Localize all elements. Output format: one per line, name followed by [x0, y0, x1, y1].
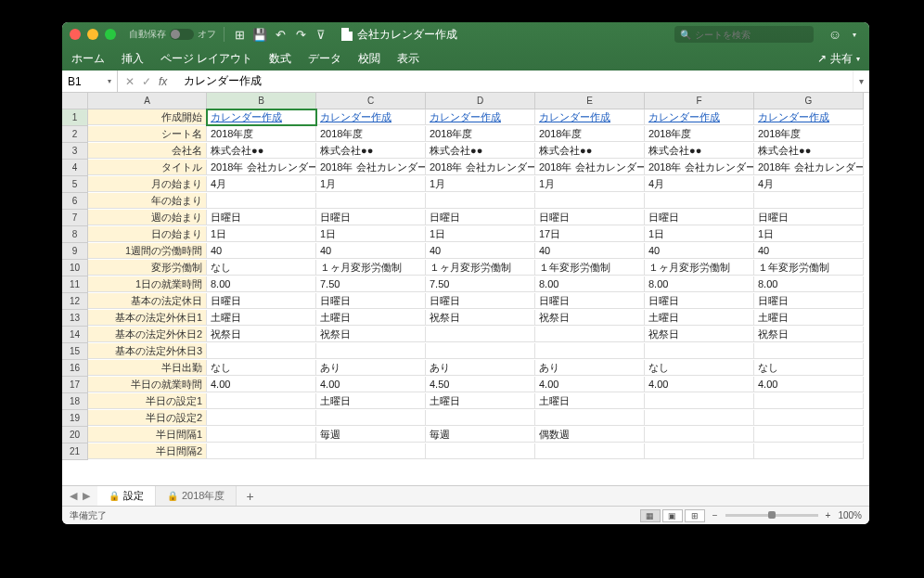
- cell-B20[interactable]: [207, 427, 316, 443]
- cell-G18[interactable]: [754, 393, 864, 409]
- column-header-D[interactable]: D: [426, 93, 535, 109]
- cell-B3[interactable]: 株式会社●●: [207, 143, 316, 159]
- cell-D8[interactable]: 1日: [426, 226, 535, 242]
- cell-A18[interactable]: 半日の設定1: [88, 393, 207, 409]
- cell-E16[interactable]: あり: [535, 360, 645, 376]
- cell-G16[interactable]: なし: [754, 360, 864, 376]
- cell-C13[interactable]: 土曜日: [316, 310, 426, 326]
- cell-A13[interactable]: 基本の法定外休日1: [88, 310, 207, 326]
- ribbon-tab-data[interactable]: データ: [308, 51, 341, 67]
- row-header-2[interactable]: 2: [62, 126, 88, 143]
- zoom-in-button[interactable]: +: [826, 510, 831, 520]
- cell-F12[interactable]: 日曜日: [645, 293, 754, 309]
- cell-D3[interactable]: 株式会社●●: [426, 143, 535, 159]
- row-header-19[interactable]: 19: [62, 410, 88, 427]
- row-header-12[interactable]: 12: [62, 293, 88, 310]
- ribbon-tab-home[interactable]: ホーム: [71, 51, 105, 67]
- row-header-17[interactable]: 17: [62, 377, 88, 393]
- cell-B1[interactable]: カレンダー作成: [207, 109, 316, 125]
- confirm-icon[interactable]: ✓: [142, 75, 151, 88]
- row-header-21[interactable]: 21: [62, 443, 88, 460]
- row-header-6[interactable]: 6: [62, 193, 88, 210]
- cell-B16[interactable]: なし: [207, 360, 316, 376]
- cell-D9[interactable]: 40: [426, 243, 535, 259]
- cell-G7[interactable]: 日曜日: [754, 210, 864, 225]
- maximize-button[interactable]: [105, 29, 116, 40]
- cell-A8[interactable]: 日の始まり: [88, 226, 207, 242]
- cell-D11[interactable]: 7.50: [426, 276, 535, 292]
- sheet-nav-next-icon[interactable]: ▶: [83, 490, 90, 502]
- zoom-slider[interactable]: [725, 514, 818, 517]
- cell-C12[interactable]: 日曜日: [316, 293, 426, 309]
- cell-D18[interactable]: 土曜日: [426, 393, 535, 409]
- cell-F9[interactable]: 40: [645, 243, 754, 259]
- spreadsheet-grid[interactable]: ABCDEFG1作成開始カレンダー作成カレンダー作成カレンダー作成カレンダー作成…: [62, 93, 869, 485]
- cell-E5[interactable]: 1月: [535, 176, 645, 192]
- cell-E4[interactable]: 2018年 会社カレンダー: [535, 160, 645, 175]
- cell-G2[interactable]: 2018年度: [754, 126, 864, 142]
- cell-D7[interactable]: 日曜日: [426, 210, 535, 225]
- cell-A7[interactable]: 週の始まり: [88, 210, 207, 225]
- zoom-out-button[interactable]: −: [712, 510, 718, 520]
- undo-icon[interactable]: ↶: [273, 27, 288, 42]
- cell-E8[interactable]: 17日: [535, 226, 645, 242]
- cell-B13[interactable]: 土曜日: [207, 310, 316, 326]
- row-header-3[interactable]: 3: [62, 143, 88, 160]
- cell-G8[interactable]: 1日: [754, 226, 864, 242]
- cell-B21[interactable]: [207, 443, 316, 459]
- cell-G5[interactable]: 4月: [754, 176, 864, 192]
- cell-A6[interactable]: 年の始まり: [88, 193, 207, 209]
- cell-E12[interactable]: 日曜日: [535, 293, 645, 309]
- cell-G20[interactable]: [754, 427, 864, 443]
- cell-G14[interactable]: 祝祭日: [754, 327, 864, 342]
- cell-A19[interactable]: 半日の設定2: [88, 410, 207, 426]
- cell-F19[interactable]: [645, 410, 754, 426]
- cell-A16[interactable]: 半日出勤: [88, 360, 207, 376]
- cell-E19[interactable]: [535, 410, 645, 426]
- cell-C4[interactable]: 2018年 会社カレンダー: [316, 160, 426, 175]
- cell-E21[interactable]: [535, 443, 645, 459]
- row-header-9[interactable]: 9: [62, 243, 88, 260]
- cell-D5[interactable]: 1月: [426, 176, 535, 192]
- cell-D15[interactable]: [426, 343, 535, 359]
- cell-D20[interactable]: 毎週: [426, 427, 535, 443]
- cell-B14[interactable]: 祝祭日: [207, 327, 316, 342]
- cell-G13[interactable]: 土曜日: [754, 310, 864, 326]
- cell-E10[interactable]: １年変形労働制: [535, 260, 645, 276]
- cell-G9[interactable]: 40: [754, 243, 864, 259]
- cell-C7[interactable]: 日曜日: [316, 210, 426, 225]
- cell-B4[interactable]: 2018年 会社カレンダー: [207, 160, 316, 175]
- cell-G12[interactable]: 日曜日: [754, 293, 864, 309]
- row-header-15[interactable]: 15: [62, 343, 88, 360]
- cell-A1[interactable]: 作成開始: [88, 109, 207, 125]
- cell-E20[interactable]: 偶数週: [535, 427, 645, 443]
- row-header-13[interactable]: 13: [62, 310, 88, 327]
- feedback-icon[interactable]: ☺: [828, 27, 841, 42]
- ribbon-tab-review[interactable]: 校閲: [358, 51, 380, 67]
- cell-D2[interactable]: 2018年度: [426, 126, 535, 142]
- cell-E17[interactable]: 4.00: [535, 377, 645, 392]
- cell-C5[interactable]: 1月: [316, 176, 426, 192]
- more-icon[interactable]: ⊽: [314, 27, 328, 42]
- cell-A17[interactable]: 半日の就業時間: [88, 377, 207, 392]
- cell-F7[interactable]: 日曜日: [645, 210, 754, 225]
- cell-A4[interactable]: タイトル: [88, 160, 207, 175]
- cell-D12[interactable]: 日曜日: [426, 293, 535, 309]
- cell-B18[interactable]: [207, 393, 316, 409]
- autosave-switch[interactable]: [170, 29, 194, 40]
- ribbon-tab-pagelayout[interactable]: ページ レイアウト: [160, 51, 252, 67]
- add-sheet-button[interactable]: +: [237, 489, 263, 504]
- cell-E15[interactable]: [535, 343, 645, 359]
- cell-D19[interactable]: [426, 410, 535, 426]
- cell-G3[interactable]: 株式会社●●: [754, 143, 864, 159]
- cell-F1[interactable]: カレンダー作成: [645, 109, 754, 125]
- column-header-F[interactable]: F: [645, 93, 754, 109]
- cell-C3[interactable]: 株式会社●●: [316, 143, 426, 159]
- cell-G10[interactable]: １年変形労働制: [754, 260, 864, 276]
- cell-F17[interactable]: 4.00: [645, 377, 754, 392]
- save-icon[interactable]: 💾: [252, 27, 267, 42]
- row-header-4[interactable]: 4: [62, 160, 88, 176]
- cell-E1[interactable]: カレンダー作成: [535, 109, 645, 125]
- cell-D4[interactable]: 2018年 会社カレンダー: [426, 160, 535, 175]
- cell-G15[interactable]: [754, 343, 864, 359]
